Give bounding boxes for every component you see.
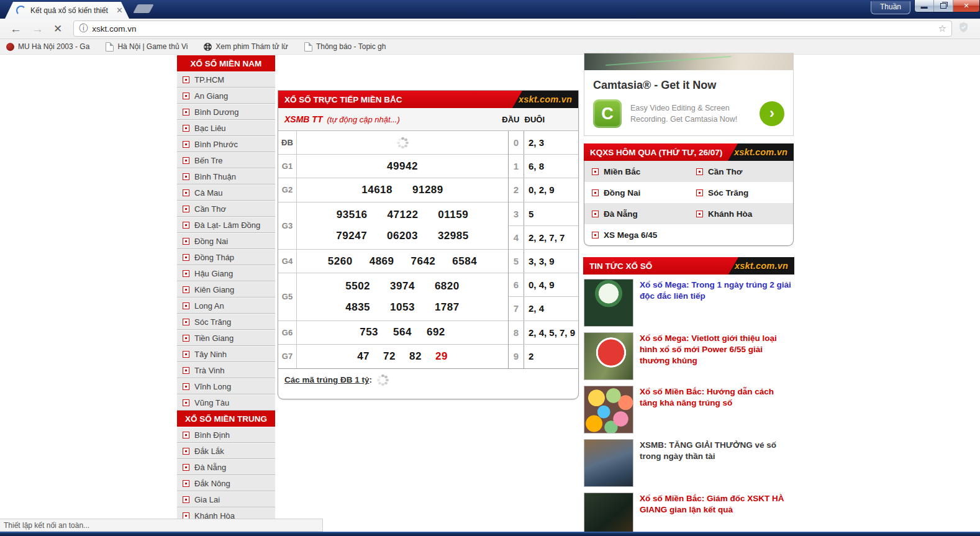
sidebar-item-hau-giang[interactable]: Hậu Giang <box>177 265 275 281</box>
sidebar-item-da-lat-lam-dong[interactable]: Đà Lạt- Lâm Đồng <box>177 217 275 233</box>
sidebar-item-soc-trang[interactable]: Sóc Trăng <box>177 314 275 330</box>
bookmark-label: Xem phim Thám tử lừ <box>216 42 288 51</box>
sidebar-item-gia-lai[interactable]: Gia Lai <box>177 491 275 507</box>
kqxs-item-can-tho[interactable]: Cần Thơ <box>689 167 793 176</box>
stop-loading-button[interactable]: ✕ <box>53 24 62 34</box>
news-thumbnail[interactable] <box>584 439 633 487</box>
profile-button[interactable]: Thuần <box>871 1 910 14</box>
ad-arrow-button[interactable]: › <box>760 101 784 126</box>
kqxs-item-dong-nai[interactable]: Đồng Nai <box>584 188 689 198</box>
bullet-icon <box>183 286 189 293</box>
news-thumbnail[interactable] <box>584 493 633 536</box>
prize-row-g4: G4 5260 4869 7642 6584 <box>278 250 508 273</box>
sidebar-item-da-nang[interactable]: Đà Nẵng <box>177 459 275 475</box>
news-headline[interactable]: Xổ số Mega: Trong 1 ngày trúng 2 giải độ… <box>640 279 794 327</box>
bookmark-item[interactable]: MU Hà Nội 2003 - Ga <box>6 42 89 51</box>
sidebar-item-binh-duong[interactable]: Bình Dương <box>177 104 275 120</box>
news-item[interactable]: Xổ số Miền Bắc: Giám đốc XSKT HÀ GIANG g… <box>584 493 794 536</box>
prize-row-g5: G5 5502 3974 6820 4835 1053 1787 <box>278 273 508 320</box>
bookmark-item[interactable]: Thông báo - Topic gh <box>304 42 386 52</box>
dau-duoi-row: 92 <box>509 345 578 368</box>
dau-duoi-row: 53, 3, 9 <box>509 250 578 273</box>
news-item[interactable]: Xổ số Miền Bắc: Hướng dẫn cách tăng khả … <box>584 386 794 434</box>
news-item[interactable]: Xổ số Mega: Trong 1 ngày trúng 2 giải độ… <box>584 279 794 327</box>
news-item[interactable]: XSMB: TĂNG GIẢI THƯỞNG vé số trong ngày … <box>584 439 794 487</box>
sidebar-item-tphcm[interactable]: TP.HCM <box>177 71 275 88</box>
minimize-button[interactable]: ▬ <box>915 0 934 12</box>
news-headline[interactable]: XSMB: TĂNG GIẢI THƯỞNG vé số trong ngày … <box>640 439 794 487</box>
bullet-icon <box>183 125 189 132</box>
sidebar-item-binh-phuoc[interactable]: Bình Phước <box>177 136 275 152</box>
new-tab-button[interactable] <box>133 4 153 13</box>
brand-logo: xskt.com.vn <box>728 257 794 275</box>
sidebar-item-an-giang[interactable]: An Giang <box>177 88 275 104</box>
browser-tab[interactable]: Kết quả xổ số kiến thiết ✕ <box>5 2 129 19</box>
news-thumbnail[interactable] <box>584 279 633 327</box>
sidebar-item-dak-lak[interactable]: Đắk Lắk <box>177 443 275 459</box>
sidebar-item-long-an[interactable]: Long An <box>177 298 275 314</box>
close-button[interactable]: ✕ <box>953 0 979 12</box>
bullet-icon <box>183 335 189 342</box>
news-headline[interactable]: Xổ số Miền Bắc: Giám đốc XSKT HÀ GIANG g… <box>640 493 794 536</box>
sidebar-item-binh-dinh[interactable]: Bình Định <box>177 427 275 443</box>
bullet-icon <box>183 189 189 196</box>
url-text[interactable]: xskt.com.vn <box>92 24 938 34</box>
sidebar-item-tra-vinh[interactable]: Trà Vinh <box>177 362 275 378</box>
kqxs-item-soc-trang[interactable]: Sóc Trăng <box>689 188 793 198</box>
bookmark-item[interactable]: Xem phim Thám tử lừ <box>204 42 288 51</box>
bookmark-label: Hà Nội | Game thủ Vi <box>117 42 188 51</box>
kqxs-item-mien-bac[interactable]: Miền Bắc <box>584 167 689 176</box>
sidebar-item-vinh-long[interactable]: Vĩnh Long <box>177 378 275 394</box>
bullet-icon <box>183 93 189 99</box>
sidebar-item-tay-ninh[interactable]: Tây Ninh <box>177 346 275 362</box>
bullet-icon <box>183 222 189 229</box>
dau-duoi-row: 16, 8 <box>509 155 578 178</box>
sidebar-item-dong-nai[interactable]: Đồng Nai <box>177 233 275 249</box>
sidebar-item-ca-mau[interactable]: Cà Mau <box>177 184 275 201</box>
winning-codes-link[interactable]: Các mã trúng ĐB 1 tỷ <box>284 375 370 384</box>
kqxs-item-xs-mega[interactable]: XS Mega 6/45 <box>584 230 793 240</box>
dau-duoi-row: 35 <box>509 202 578 226</box>
sidebar-item-dong-thap[interactable]: Đồng Tháp <box>177 249 275 265</box>
bookmark-item[interactable]: Hà Nội | Game thủ Vi <box>106 42 188 52</box>
address-bar[interactable]: ⓘ xskt.com.vn ☆ <box>73 20 952 37</box>
kqxs-row: Đà Nẵng Khánh Hòa <box>584 203 793 224</box>
page-info-icon[interactable]: ⓘ <box>79 23 88 34</box>
back-button[interactable]: ← <box>10 23 22 35</box>
news-thumbnail[interactable] <box>584 332 633 380</box>
news-thumbnail[interactable] <box>584 386 633 434</box>
restore-button[interactable] <box>934 0 953 12</box>
brand-logo: xskt.com.vn <box>512 91 578 108</box>
bullet-icon <box>183 464 189 471</box>
sidebar-item-tien-giang[interactable]: Tiền Giang <box>177 330 275 346</box>
tab-close-icon[interactable]: ✕ <box>116 6 123 15</box>
kqxs-item-khanh-hoa[interactable]: Khánh Hòa <box>689 209 793 219</box>
yesterday-results-panel: KQXS HÔM QUA (THỨ TƯ, 26/07) xskt.com.vn… <box>584 144 794 246</box>
dau-duoi-table: 02, 3 16, 8 20, 2, 9 35 42, 2, 7, 7 53, … <box>509 131 578 368</box>
news-item[interactable]: Xổ số Mega: Vietlott giới thiệu loại hìn… <box>584 332 794 380</box>
camtasia-ad[interactable]: Camtasia® - Get it Now C Easy Video Edit… <box>584 53 794 136</box>
sidebar-item-binh-thuan[interactable]: Bình Thuận <box>177 168 275 184</box>
shield-icon[interactable] <box>958 22 969 35</box>
live-results-panel: XỔ SỐ TRỰC TIẾP MIỀN BẮC xskt.com.vn XSM… <box>278 90 579 399</box>
results-title: XỔ SỐ TRỰC TIẾP MIỀN BẮC <box>278 95 402 104</box>
ad-title[interactable]: Camtasia® - Get it Now <box>593 79 784 92</box>
sidebar-item-kien-giang[interactable]: Kiên Giang <box>177 281 275 298</box>
results-subtitle: XSMB TT <box>284 114 322 124</box>
sidebar-item-vung-tau[interactable]: Vũng Tàu <box>177 394 275 411</box>
camtasia-logo-icon[interactable]: C <box>593 99 622 128</box>
bullet-icon <box>183 302 189 309</box>
sidebar-item-can-tho[interactable]: Cần Thơ <box>177 201 275 217</box>
sidebar-item-ben-tre[interactable]: Bến Tre <box>177 152 275 168</box>
news-headline[interactable]: Xổ số Mega: Vietlott giới thiệu loại hìn… <box>640 332 794 380</box>
prize-row-g3: G3 93516 47122 01159 79247 06203 32985 <box>278 202 508 250</box>
forward-button[interactable]: → <box>32 23 43 35</box>
kqxs-item-da-nang[interactable]: Đà Nẵng <box>584 209 689 219</box>
news-headline[interactable]: Xổ số Miền Bắc: Hướng dẫn cách tăng khả … <box>640 386 794 434</box>
sidebar-item-bac-lieu[interactable]: Bạc Liêu <box>177 120 275 136</box>
prize-row-g2: G2 14618 91289 <box>278 178 508 202</box>
film-reel-favicon-icon <box>204 43 212 51</box>
dau-duoi-row: 60, 4, 9 <box>509 273 578 297</box>
sidebar-item-dak-nong[interactable]: Đắk Nông <box>177 475 275 491</box>
bookmark-star-icon[interactable]: ☆ <box>938 23 946 34</box>
